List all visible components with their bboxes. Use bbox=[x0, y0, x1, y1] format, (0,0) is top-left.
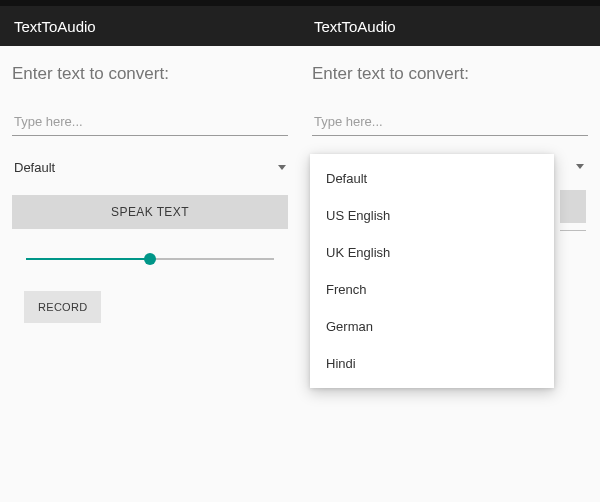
app-bar: TextToAudio bbox=[0, 6, 300, 46]
speak-button[interactable]: SPEAK TEXT bbox=[12, 195, 288, 229]
text-input[interactable] bbox=[12, 110, 288, 136]
language-option[interactable]: Default bbox=[310, 160, 554, 197]
language-spinner[interactable]: Default bbox=[12, 154, 288, 181]
language-option[interactable]: German bbox=[310, 308, 554, 345]
screen-left: TextToAudio Enter text to convert: Defau… bbox=[0, 6, 300, 502]
language-dropdown-menu: DefaultUS EnglishUK EnglishFrenchGermanH… bbox=[310, 154, 554, 388]
speak-button-partial bbox=[560, 190, 586, 223]
chevron-down-icon bbox=[576, 164, 584, 169]
prompt-heading: Enter text to convert: bbox=[312, 64, 588, 84]
language-option[interactable]: US English bbox=[310, 197, 554, 234]
screens-container: TextToAudio Enter text to convert: Defau… bbox=[0, 6, 600, 502]
content-area: Enter text to convert: bbox=[300, 46, 600, 154]
app-bar: TextToAudio bbox=[300, 6, 600, 46]
screen-right: TextToAudio Enter text to convert: Defau… bbox=[300, 6, 600, 502]
record-button[interactable]: RECORD bbox=[24, 291, 101, 323]
slider-track-partial bbox=[560, 230, 586, 231]
spinner-selected-label: Default bbox=[14, 160, 55, 175]
prompt-heading: Enter text to convert: bbox=[12, 64, 288, 84]
slider-thumb-icon[interactable] bbox=[144, 253, 156, 265]
text-input[interactable] bbox=[312, 110, 588, 136]
slider-fill bbox=[26, 258, 150, 260]
content-area: Enter text to convert: Default SPEAK TEX… bbox=[0, 46, 300, 323]
app-title: TextToAudio bbox=[14, 18, 96, 35]
language-option[interactable]: UK English bbox=[310, 234, 554, 271]
language-option[interactable]: Hindi bbox=[310, 345, 554, 382]
app-title: TextToAudio bbox=[314, 18, 396, 35]
chevron-down-icon bbox=[278, 165, 286, 170]
rate-slider[interactable] bbox=[26, 247, 274, 271]
language-option[interactable]: French bbox=[310, 271, 554, 308]
